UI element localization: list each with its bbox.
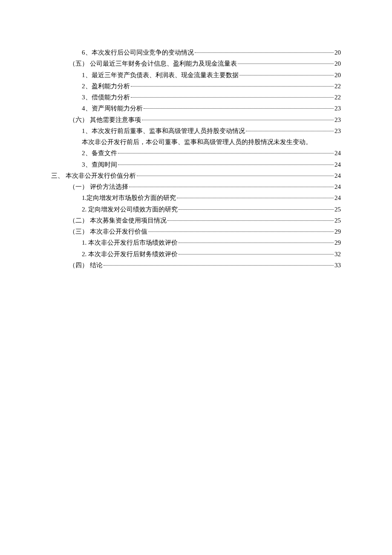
toc-entry-text: 3、查阅时间 [82,159,117,170]
toc-leader-dots [131,97,334,98]
toc-leader-dots [179,243,334,243]
toc-leader-dots [238,64,334,64]
toc-entry: 4、资产周转能力分析23 [51,103,341,114]
toc-entry-text: 本次非公开发行前后，本公司董事、监事和高级管理人员的持股情况未发生变动。 [82,136,341,147]
toc-entry-page: 25 [334,204,341,215]
toc-entry-text: （二） 本次募集资金使用项目情况 [69,215,167,226]
toc-entry: （六） 其他需要注意事项23 [51,114,341,125]
toc-entry: 2、盈利能力分析22 [51,81,341,92]
toc-entry: 1、本次发行前后董事、监事和高级管理人员持股变动情况23 [51,125,341,136]
toc-entry-text: （五） 公司最近三年财务会计信息、盈利能力及现金流量表 [69,58,237,69]
toc-entry-page: 33 [334,260,341,271]
toc-entry-page: 29 [334,237,341,248]
toc-entry: 2. 定向增发对公司绩效方面的研究25 [51,204,341,215]
toc-leader-dots [246,131,334,131]
toc-entry-text: 三、 本次非公开发行价值分析 [51,170,136,181]
toc-entry-text: 4、资产周转能力分析 [82,103,143,114]
toc-entry-page: 32 [334,249,341,260]
toc-entry-text: （一） 评价方法选择 [69,181,128,192]
toc-entry: 1. 本次非公开发行后市场绩效评价29 [51,237,341,248]
toc-leader-dots [118,165,334,165]
toc-entry-page: 20 [334,69,341,81]
toc-entry-text: 2、盈利能力分析 [82,81,130,92]
toc-entry: （一） 评价方法选择24 [51,181,341,192]
toc-entry-text: （三） 本次非公开发行价值 [69,226,147,237]
toc-leader-dots [167,220,334,221]
toc-entry-text: 1. 本次非公开发行后市场绩效评价 [82,237,178,248]
toc-entry-text: 1、本次发行前后董事、监事和高级管理人员持股变动情况 [82,125,245,136]
toc-entry-page: 23 [334,125,341,136]
toc-leader-dots [177,198,334,198]
toc-entry-page: 20 [334,58,341,69]
toc-entry: 2、备查文件24 [51,147,341,159]
toc-entry-page: 24 [334,192,341,203]
toc-entry-page: 24 [334,159,341,170]
toc-entry: （五） 公司最近三年财务会计信息、盈利能力及现金流量表20 [51,58,341,69]
toc-entry-text: 3、偿债能力分析 [82,92,130,103]
toc-entry-page: 24 [334,147,341,159]
toc-entry: （四） 结论33 [51,260,341,271]
toc-entry-page: 22 [334,92,341,103]
toc-entry-text: 2、备查文件 [82,147,117,159]
toc-entry: 本次非公开发行前后，本公司董事、监事和高级管理人员的持股情况未发生变动。 [51,136,341,147]
toc-entry-page: 25 [334,215,341,226]
toc-entry: 3、偿债能力分析22 [51,92,341,103]
toc-leader-dots [137,176,334,176]
document-page: 6、本次发行后公司同业竞争的变动情况20（五） 公司最近三年财务会计信息、盈利能… [0,0,392,271]
toc-leader-dots [179,209,334,210]
toc-entry-text: 2. 本次非公开发行后财务绩效评价 [82,249,178,260]
table-of-contents: 6、本次发行后公司同业竞争的变动情况20（五） 公司最近三年财务会计信息、盈利能… [51,47,341,271]
toc-leader-dots [118,153,334,153]
toc-entry-page: 23 [334,103,341,114]
toc-leader-dots [142,120,334,120]
toc-entry-text: 1、最近三年资产负债表、利润表、现金流量表主要数据 [82,69,239,81]
toc-entry: 三、 本次非公开发行价值分析24 [51,170,341,181]
toc-entry-page: 23 [334,114,341,125]
toc-entry-text: （六） 其他需要注意事项 [69,114,141,125]
toc-entry-text: 2. 定向增发对公司绩效方面的研究 [82,204,178,215]
toc-entry-page: 24 [334,170,341,181]
toc-entry: （三） 本次非公开发行价值29 [51,226,341,237]
toc-leader-dots [104,265,334,266]
toc-leader-dots [144,108,334,109]
toc-leader-dots [179,254,334,254]
toc-leader-dots [131,86,334,87]
toc-leader-dots [129,187,334,187]
toc-leader-dots [195,52,334,53]
toc-leader-dots [148,231,334,232]
toc-entry-page: 22 [334,81,341,92]
toc-entry: 2. 本次非公开发行后财务绩效评价32 [51,249,341,260]
toc-entry: 3、查阅时间24 [51,159,341,170]
toc-entry-text: （四） 结论 [69,260,103,271]
toc-entry: 1、最近三年资产负债表、利润表、现金流量表主要数据20 [51,69,341,81]
toc-entry: 6、本次发行后公司同业竞争的变动情况20 [51,47,341,58]
toc-entry: 1.定向增发对市场股价方面的研究24 [51,192,341,203]
toc-entry: （二） 本次募集资金使用项目情况25 [51,215,341,226]
toc-leader-dots [239,75,334,75]
toc-entry-text: 1.定向增发对市场股价方面的研究 [82,192,176,203]
toc-entry-page: 20 [334,47,341,58]
toc-entry-text: 6、本次发行后公司同业竞争的变动情况 [82,47,194,58]
toc-entry-page: 29 [334,226,341,237]
toc-entry-page: 24 [334,181,341,192]
